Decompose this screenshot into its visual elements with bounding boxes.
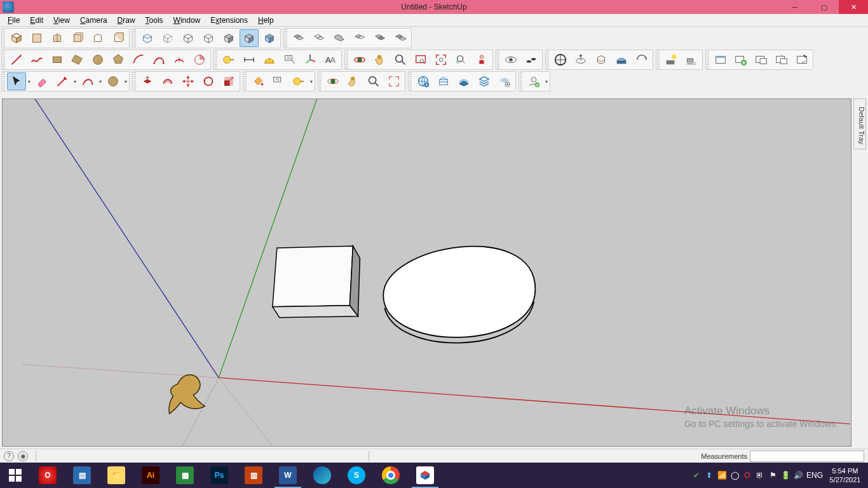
help-icon[interactable]: ?	[4, 451, 14, 461]
viewport[interactable]: Activate Windows Go to PC settings to ac…	[2, 98, 851, 447]
subtract-button[interactable]	[350, 29, 369, 47]
fog-button[interactable]	[682, 51, 701, 69]
task-chrome[interactable]	[374, 463, 408, 488]
task-skype[interactable]: S	[339, 463, 374, 488]
push-pull-button[interactable]	[138, 72, 157, 90]
add-scene-button[interactable]	[731, 51, 750, 69]
xray-style-button[interactable]	[138, 29, 157, 47]
look-around-button[interactable]	[501, 51, 520, 69]
default-tray-tab[interactable]: Default Tray	[853, 98, 866, 149]
polygon-tool-button[interactable]	[109, 51, 128, 69]
shape-alt-button[interactable]	[104, 72, 123, 90]
outer-shell-button[interactable]	[289, 29, 308, 47]
union-button[interactable]	[330, 29, 349, 47]
extension-settings-button[interactable]	[495, 72, 514, 90]
extension-manager-button[interactable]	[454, 72, 473, 90]
tray-dell-icon[interactable]: ◯	[728, 466, 741, 485]
task-explorer[interactable]: 📁	[99, 463, 133, 488]
left-view-button[interactable]	[109, 29, 128, 47]
3dwarehouse-button[interactable]	[414, 72, 433, 90]
account-button[interactable]	[524, 72, 543, 90]
zoom-button[interactable]	[391, 51, 410, 69]
tape-measure-alt-button[interactable]	[289, 72, 308, 90]
rotate-button[interactable]	[199, 72, 218, 90]
display-section-planes-button[interactable]	[571, 51, 590, 69]
task-sketchup[interactable]	[408, 463, 442, 488]
scene-settings-button[interactable]	[792, 51, 811, 69]
menu-view[interactable]: View	[48, 15, 75, 26]
walk-button[interactable]	[522, 51, 541, 69]
tray-opera-icon[interactable]: O	[741, 466, 754, 485]
zoom-alt-button[interactable]	[364, 72, 383, 90]
previous-view-button[interactable]	[452, 51, 471, 69]
dimension-button[interactable]	[240, 51, 259, 69]
menu-camera[interactable]: Camera	[75, 15, 112, 26]
shaded-style-button[interactable]	[219, 29, 238, 47]
tape-measure-button[interactable]	[219, 51, 238, 69]
pan-alt-button[interactable]	[344, 72, 363, 90]
start-button[interactable]	[0, 463, 31, 488]
shadows-button[interactable]	[661, 51, 681, 69]
eraser-tool-button[interactable]	[32, 72, 51, 90]
arc-tool-button[interactable]	[129, 51, 148, 69]
arc2-tool-button[interactable]	[149, 51, 168, 69]
pan-button[interactable]	[370, 51, 390, 69]
account-dropdown-icon[interactable]	[544, 79, 549, 85]
right-view-button[interactable]	[68, 29, 87, 47]
zoom-extents-alt-button[interactable]	[384, 72, 403, 90]
task-edge[interactable]	[305, 463, 339, 488]
monochrome-style-button[interactable]	[260, 29, 279, 47]
menu-help[interactable]: Help	[253, 15, 279, 26]
delete-scene-button[interactable]	[772, 51, 791, 69]
back-view-button[interactable]	[88, 29, 107, 47]
tray-flag-icon[interactable]: ⚑	[766, 466, 779, 485]
split-button[interactable]	[391, 29, 410, 47]
hiddenline-style-button[interactable]	[199, 29, 218, 47]
maximize-button[interactable]: ▢	[810, 0, 839, 14]
orbit-button[interactable]	[350, 51, 369, 69]
task-libre-calc[interactable]: ▦	[168, 463, 202, 488]
front-view-button[interactable]	[48, 29, 67, 47]
zoom-window-button[interactable]	[411, 51, 430, 69]
circle-tool-button[interactable]	[88, 51, 107, 69]
line-dropdown-icon[interactable]	[72, 79, 78, 85]
menu-file[interactable]: File	[3, 15, 25, 26]
display-section-fill-button[interactable]	[612, 51, 631, 69]
paint-bucket-button[interactable]	[248, 72, 268, 90]
menu-window[interactable]: Window	[168, 15, 206, 26]
extension-warehouse-button[interactable]	[434, 72, 453, 90]
arc-alt-button[interactable]	[78, 72, 97, 90]
section-toggle-button[interactable]	[632, 51, 651, 69]
rotated-rectangle-button[interactable]	[68, 51, 87, 69]
iso-view-button[interactable]	[7, 29, 26, 47]
task-libre-impress[interactable]: ▥	[236, 463, 271, 488]
menu-draw[interactable]: Draw	[112, 15, 140, 26]
display-section-cuts-button[interactable]	[592, 51, 611, 69]
task-libre-writer[interactable]: ▤	[65, 463, 99, 488]
section-plane-button[interactable]	[551, 51, 570, 69]
minimize-button[interactable]: ─	[780, 0, 810, 14]
freehand-tool-button[interactable]	[27, 51, 46, 69]
menu-extensions[interactable]: Extensions	[205, 15, 253, 26]
wireframe-style-button[interactable]	[179, 29, 198, 47]
arc-dropdown-icon[interactable]	[98, 79, 103, 85]
scenes-button[interactable]	[711, 51, 730, 69]
task-photoshop[interactable]: Ps	[202, 463, 236, 488]
position-camera-button[interactable]	[472, 51, 491, 69]
shaded-textures-style-button[interactable]	[240, 29, 259, 47]
select-tool-button[interactable]	[7, 72, 26, 90]
top-view-button[interactable]	[27, 29, 46, 47]
tray-check-icon[interactable]: ✔	[690, 466, 703, 485]
select-dropdown-icon[interactable]	[27, 79, 32, 85]
tray-armoury-icon[interactable]: ⛨	[754, 466, 766, 485]
orbit-alt-button[interactable]	[323, 72, 342, 90]
close-button[interactable]: ✕	[839, 0, 868, 14]
tray-network-icon[interactable]: 📶	[715, 466, 728, 485]
tray-battery-icon[interactable]: 🔋	[779, 466, 792, 485]
text-tool-button[interactable]: A1	[280, 51, 299, 69]
layers-stack-button[interactable]	[475, 72, 494, 90]
scale-button[interactable]	[219, 72, 238, 90]
arc3-tool-button[interactable]	[170, 51, 189, 69]
tape-dropdown-icon[interactable]	[309, 79, 314, 85]
move-button[interactable]	[179, 72, 198, 90]
